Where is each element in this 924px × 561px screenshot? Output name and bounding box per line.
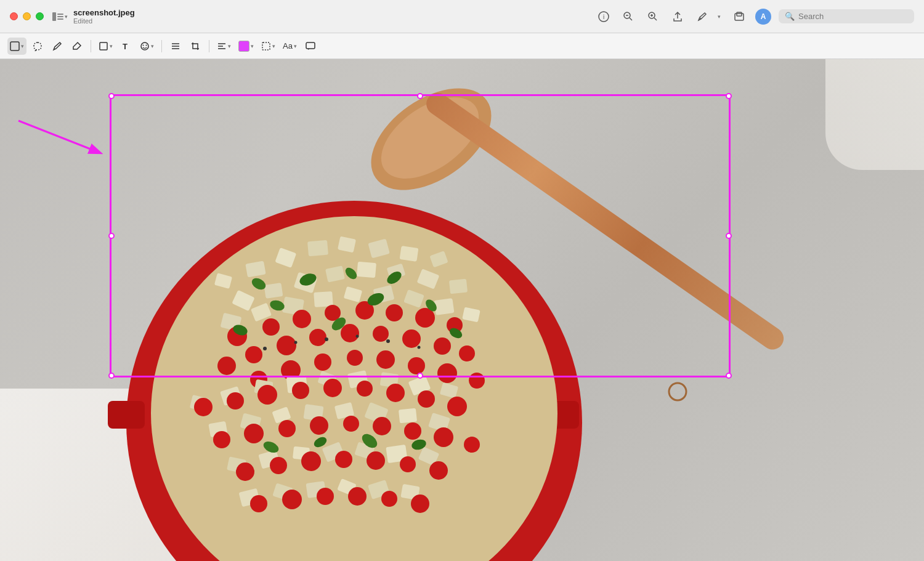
svg-rect-3 [57,18,63,20]
svg-rect-18 [100,42,107,50]
crop-button[interactable] [187,38,204,55]
svg-text:T: T [123,42,128,51]
share-button[interactable] [669,8,686,25]
svg-rect-14 [735,14,744,20]
svg-rect-1 [57,14,63,15]
color-swatch [238,41,249,52]
zoom-out-button[interactable] [620,8,637,25]
titlebar: ▾ screenshot.jpeg Edited i ▾ A 🔍 [0,0,924,33]
svg-rect-2 [57,16,63,17]
file-status: Edited [73,17,135,25]
markup-pen-button[interactable] [694,8,711,25]
cloth [0,389,259,561]
close-button[interactable] [10,12,18,20]
emoji-button[interactable]: ▾ [137,38,156,55]
window-button[interactable] [731,8,748,25]
svg-rect-29 [262,42,270,50]
file-info: screenshot.jpeg Edited [73,8,135,25]
user-avatar-button[interactable]: A [755,9,771,25]
maximize-button[interactable] [36,12,44,20]
lasso-tool-button[interactable] [29,38,46,55]
svg-line-8 [630,18,632,20]
toolbar-separator-2 [161,40,162,52]
sidebar-toggle-button[interactable]: ▾ [51,8,68,25]
svg-rect-15 [737,12,742,16]
svg-line-12 [654,18,657,20]
color-button[interactable]: ▾ [236,38,256,55]
minimize-button[interactable] [23,12,31,20]
svg-point-21 [143,44,144,46]
search-bar[interactable]: 🔍 [779,9,914,23]
draw-tool-button[interactable] [49,38,66,55]
speech-bubble-button[interactable] [302,38,319,55]
toolbar-separator-1 [91,40,91,52]
text-align-button[interactable]: ▾ [214,38,233,55]
font-size-button[interactable]: Aa ▾ [280,38,299,55]
cloth-top-right [825,59,924,170]
info-button[interactable]: i [595,8,612,25]
text-select-button[interactable]: T [118,38,135,55]
border-button[interactable]: ▾ [259,38,278,55]
search-icon: 🔍 [785,12,795,21]
align-button[interactable] [167,38,184,55]
svg-text:i: i [603,14,604,20]
titlebar-actions: i ▾ A 🔍 [595,8,914,25]
svg-rect-30 [306,42,315,49]
svg-rect-0 [52,12,56,21]
svg-rect-16 [10,42,19,50]
traffic-lights [10,12,44,20]
shapes-tool-button[interactable]: ▾ [96,38,115,55]
canvas-area [0,59,924,561]
food-scene [0,59,924,561]
erase-tool-button[interactable] [68,38,86,55]
svg-point-20 [141,42,148,50]
zoom-in-button[interactable] [644,8,662,25]
svg-line-17 [34,50,36,51]
file-name: screenshot.jpeg [73,8,135,17]
toolbar-separator-3 [209,40,209,52]
markup-more-button[interactable]: ▾ [715,8,723,25]
search-input[interactable] [798,12,908,21]
toolbar: ▾ ▾ T ▾ ▾ ▾ [0,33,924,59]
select-tool-button[interactable]: ▾ [7,38,26,55]
svg-point-22 [146,44,147,46]
